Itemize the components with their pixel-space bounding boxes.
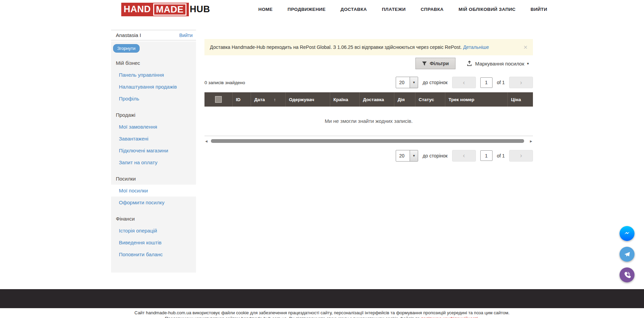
scroll-right-icon[interactable]: ► [529, 139, 533, 143]
col-date-label: Дата [254, 97, 265, 102]
sidebar-section-my-business: Мій бізнес [111, 57, 196, 69]
select-caret-icon[interactable]: ▼ [410, 77, 418, 88]
logo-part-hub: HUB [189, 4, 210, 15]
prev-page-button[interactable]: ‹ [452, 77, 476, 88]
horizontal-scrollbar: ◄ ► [204, 139, 533, 143]
social-floating-buttons [620, 226, 634, 282]
col-track-number[interactable]: Трек номер [445, 92, 507, 107]
sort-asc-icon[interactable]: ↑ [274, 97, 276, 102]
sidebar-item-uploaded[interactable]: Завантажені [111, 133, 196, 145]
telegram-icon[interactable] [620, 247, 634, 262]
sidebar-item-transaction-history[interactable]: Історія операцій [111, 225, 196, 237]
page-number-input-bottom[interactable] [480, 150, 493, 161]
footer-bar [0, 289, 644, 308]
cookie-line1: Сайт handmade-hub.com.ua використовує фа… [0, 310, 644, 316]
funnel-icon [422, 61, 427, 66]
col-action[interactable]: Дія [394, 92, 415, 107]
privacy-policy-link[interactable]: політикою конфіденційності [421, 316, 478, 318]
sidebar-item-withdraw-funds[interactable]: Виведення коштів [111, 237, 196, 248]
col-date[interactable]: Дата↑ [251, 92, 285, 107]
messenger-icon[interactable] [620, 226, 634, 241]
table-header-row: ID Дата↑ Одержувач Країна Доставка Дія С… [204, 92, 533, 107]
select-caret-icon-bottom[interactable]: ▼ [410, 150, 418, 161]
empty-row: Ми не змогли знайти жодних записів. [204, 107, 533, 136]
nav-delivery[interactable]: ДОСТАВКА [341, 7, 367, 12]
chevron-down-icon: ▾ [527, 61, 529, 66]
scrollbar-thumb[interactable] [211, 139, 524, 143]
nav-my-account[interactable]: МІЙ ОБЛІКОВИЙ ЗАПИС [459, 7, 516, 12]
user-row: Anastasia I Вийти [111, 30, 196, 40]
logo-red-box: HAND MADE [121, 3, 189, 16]
filters-button-label: Фільтри [430, 61, 449, 66]
user-name: Anastasia I [116, 32, 141, 38]
page-number-input[interactable] [480, 77, 493, 88]
sidebar: Згорнути Мій бізнес Панель управління На… [111, 41, 196, 273]
cookie-line2: Продовжуючи користуватися сайтом handmad… [0, 316, 644, 318]
parcels-table: ID Дата↑ Одержувач Країна Доставка Дія С… [204, 92, 533, 136]
per-page-label: до сторінок [423, 80, 447, 85]
page-of-label: of 1 [497, 80, 505, 85]
nav-payments[interactable]: ПЛАТЕЖИ [382, 7, 406, 12]
viber-icon[interactable] [620, 267, 634, 282]
parcel-marking-dropdown[interactable]: Маркування посилок ▾ [466, 60, 529, 67]
sidebar-item-profile[interactable]: Профіль [111, 93, 196, 105]
records-count: 0 записів знайдено [204, 80, 245, 85]
sidebar-section-parcels: Посилки [111, 173, 196, 185]
cookie-notice: Сайт handmade-hub.com.ua використовує фа… [0, 308, 644, 318]
cookie-line2-text: Продовжуючи користуватися сайтом handmad… [165, 316, 421, 318]
records-row: 0 записів знайдено 20 ▼ до сторінок ‹ of… [204, 77, 533, 88]
col-delivery[interactable]: Доставка [359, 92, 394, 107]
page-size-select[interactable]: 20 ▼ [396, 77, 418, 88]
sidebar-item-my-parcels[interactable]: Мої посилки [111, 185, 196, 197]
pagination-top: 20 ▼ до сторінок ‹ of 1 › [396, 77, 533, 88]
nav-help[interactable]: СПРАВКА [421, 7, 444, 12]
sidebar-item-create-parcel[interactable]: Оформити посилку [111, 197, 196, 208]
next-page-button-bottom[interactable]: › [509, 150, 533, 162]
cookie-line2-period: . [478, 316, 479, 318]
per-page-label-bottom: до сторінок [423, 153, 447, 158]
next-page-button[interactable]: › [509, 77, 533, 88]
col-status[interactable]: Статус [415, 92, 445, 107]
col-country[interactable]: Країна [330, 92, 359, 107]
logo-part-hand: HAND [124, 4, 151, 15]
upload-icon [466, 60, 472, 67]
pagination-bottom: 20 ▼ до сторінок ‹ of 1 › [396, 150, 533, 162]
nav-logout[interactable]: ВИЙТИ [531, 7, 547, 12]
col-id[interactable]: ID [232, 92, 251, 107]
site-header: HAND MADE HUB HOME ПРОДВИЖЕНИЕ ДОСТАВКА … [0, 0, 644, 19]
toolbar: Фільтри Маркування посилок ▾ [204, 58, 533, 69]
banner-close-icon[interactable]: × [523, 43, 527, 51]
nav-home[interactable]: HOME [258, 7, 273, 12]
collapse-sidebar-button[interactable]: Згорнути [113, 44, 140, 53]
page-of-label-bottom: of 1 [497, 153, 505, 158]
sidebar-section-finance: Фінанси [111, 213, 196, 225]
parcel-marking-label: Маркування посилок [475, 61, 524, 67]
scroll-left-icon[interactable]: ◄ [204, 139, 208, 143]
select-all-checkbox[interactable] [215, 96, 222, 103]
sidebar-item-sales-settings[interactable]: Налаштування продажів [111, 81, 196, 93]
page-size-select-bottom[interactable]: 20 ▼ [396, 150, 418, 162]
page-size-value-bottom: 20 [396, 150, 410, 161]
empty-message: Ми не змогли знайти жодних записів. [204, 107, 533, 136]
nav-promotion[interactable]: ПРОДВИЖЕНИЕ [288, 7, 326, 12]
main-nav: HOME ПРОДВИЖЕНИЕ ДОСТАВКА ПЛАТЕЖИ СПРАВК… [258, 7, 548, 12]
sidebar-item-connected-shops[interactable]: Підключені магазини [111, 145, 196, 156]
col-recipient[interactable]: Одержувач [285, 92, 330, 107]
filters-button[interactable]: Фільтри [415, 58, 455, 69]
select-all-cell [204, 92, 232, 107]
banner-message: Доставка Handmade-Hub переходить на RePo… [210, 44, 462, 50]
scrollbar-track[interactable] [210, 139, 527, 143]
col-price[interactable]: Ціна [507, 92, 533, 107]
prev-page-button-bottom[interactable]: ‹ [452, 150, 476, 162]
site-logo[interactable]: HAND MADE HUB [121, 3, 210, 16]
sidebar-section-sales: Продажі [111, 109, 196, 121]
page-size-value: 20 [396, 77, 410, 88]
logout-link[interactable]: Вийти [179, 33, 193, 38]
sidebar-item-dashboard[interactable]: Панель управління [111, 69, 196, 81]
notification-banner: Доставка Handmade-Hub переходить на RePo… [204, 39, 533, 55]
sidebar-item-top-up-balance[interactable]: Поповнити баланс [111, 248, 196, 260]
sidebar-item-my-orders[interactable]: Мої замовлення [111, 121, 196, 133]
sidebar-item-payment-request[interactable]: Запит на оплату [111, 156, 196, 168]
banner-details-link[interactable]: Детальніше [463, 44, 489, 50]
logo-part-made: MADE [153, 3, 186, 16]
